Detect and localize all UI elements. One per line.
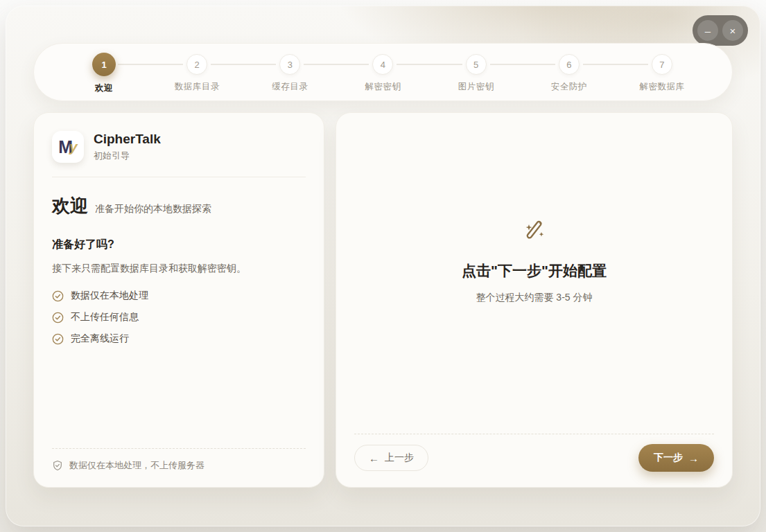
step-number: 6: [559, 54, 580, 75]
shield-check-icon: [52, 460, 63, 471]
magic-wand-icon: [521, 215, 548, 243]
step-label: 数据库目录: [175, 81, 220, 93]
next-step-button[interactable]: 下一步 →: [638, 444, 714, 472]
stepper-step: 4 解密密钥: [336, 44, 429, 100]
app-window: – × 1 欢迎 2 数据库目录 3 缓存目录 4 解密密钥 5 图片密钥 6 …: [6, 6, 760, 526]
checklist-item: 完全离线运行: [52, 332, 306, 345]
previous-step-button[interactable]: ← 上一步: [354, 445, 428, 471]
app-subtitle: 初始引导: [94, 150, 161, 162]
app-name: CipherTalk: [94, 132, 161, 147]
cta-subtitle: 整个过程大约需要 3-5 分钟: [476, 292, 592, 304]
step-label: 欢迎: [95, 82, 113, 94]
checklist-item: 不上传任何信息: [52, 311, 306, 323]
checklist-item: 数据仅在本地处理: [52, 290, 306, 302]
stepper-step: 7 解密数据库: [616, 44, 708, 100]
privacy-footer: 数据仅在本地处理，不上传服务器: [52, 448, 306, 487]
checklist-item-label: 数据仅在本地处理: [71, 290, 148, 302]
welcome-title: 欢迎: [52, 194, 88, 218]
step-label: 缓存目录: [272, 81, 308, 93]
privacy-footer-text: 数据仅在本地处理，不上传服务器: [69, 459, 204, 472]
cta-title: 点击"下一步"开始配置: [462, 261, 607, 281]
check-circle-icon: [52, 290, 64, 302]
app-logo: M y: [52, 131, 84, 163]
next-step-label: 下一步: [654, 452, 683, 464]
stepper-step: 5 图片密钥: [430, 44, 523, 100]
stepper: 1 欢迎 2 数据库目录 3 缓存目录 4 解密密钥 5 图片密钥 6 安全防护…: [33, 43, 733, 101]
step-number: 1: [92, 53, 116, 76]
step-number: 7: [652, 54, 672, 75]
logo-accent-letter: y: [69, 139, 78, 155]
step-number: 2: [186, 54, 207, 75]
ready-heading: 准备好了吗?: [52, 238, 306, 252]
stepper-step: 2 数据库目录: [150, 44, 243, 100]
cta-card: 点击"下一步"开始配置 整个过程大约需要 3-5 分钟 ← 上一步 下一步 →: [336, 112, 733, 488]
ready-text: 接下来只需配置数据库目录和获取解密密钥。: [52, 261, 306, 276]
step-number: 5: [466, 54, 487, 75]
step-label: 解密数据库: [639, 81, 684, 93]
close-button[interactable]: ×: [722, 20, 743, 41]
arrow-right-icon: →: [688, 452, 699, 464]
check-circle-icon: [52, 312, 64, 323]
welcome-subtitle: 准备开始你的本地数据探索: [95, 203, 211, 215]
step-label: 解密密钥: [365, 81, 401, 93]
previous-step-label: 上一步: [385, 452, 414, 464]
step-number: 4: [372, 54, 393, 75]
checklist: 数据仅在本地处理 不上传任何信息: [52, 290, 306, 345]
stepper-step: 1 欢迎: [58, 44, 150, 100]
checklist-item-label: 完全离线运行: [71, 332, 129, 345]
wizard-nav: ← 上一步 下一步 →: [354, 434, 714, 487]
window-controls: – ×: [693, 15, 748, 46]
minimize-button[interactable]: –: [697, 20, 718, 41]
app-header: M y CipherTalk 初始引导: [52, 131, 306, 177]
check-circle-icon: [52, 333, 64, 345]
step-label: 安全防护: [551, 81, 587, 93]
step-number: 3: [279, 54, 300, 75]
stepper-step: 6 安全防护: [523, 44, 616, 100]
checklist-item-label: 不上传任何信息: [71, 311, 139, 323]
welcome-card: M y CipherTalk 初始引导 欢迎 准备开始你的本地数据探索 准备好了…: [33, 112, 324, 488]
stepper-step: 3 缓存目录: [243, 44, 336, 100]
step-label: 图片密钥: [458, 81, 494, 93]
arrow-left-icon: ←: [369, 452, 379, 464]
